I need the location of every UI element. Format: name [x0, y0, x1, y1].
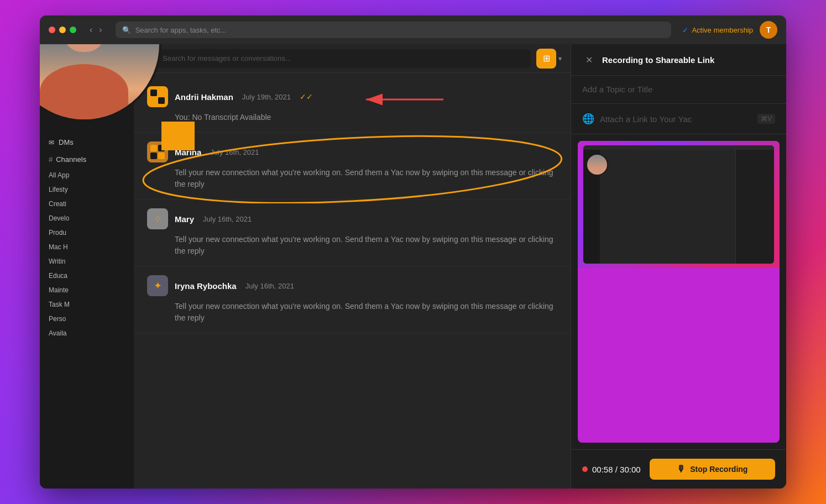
close-icon: ✕ [585, 55, 593, 65]
recording-indicator: 00:58 / 30:00 [582, 465, 641, 474]
search-icon: 🔍 [122, 26, 131, 34]
conv-header-mary: ⁘ Mary July 16th, 2021 [147, 208, 557, 229]
person-head [62, 44, 106, 52]
conv-name-andrii: Andrii Hakman [175, 92, 233, 102]
sidebar-dms[interactable]: ✉ DMs [40, 134, 134, 151]
user-avatar[interactable]: T [760, 21, 777, 39]
panel-header: ✕ Recording to Shareable Link [571, 44, 786, 76]
stop-recording-button[interactable]: 🎙 Stop Recording [650, 459, 775, 480]
sidebar-item-perso[interactable]: Perso [40, 312, 134, 326]
conv-header-marina: Marina July 16th, 2021 [147, 141, 557, 162]
panel-title: Recording to Shareable Link [602, 55, 714, 65]
messages-search-placeholder: Search for messages or conversations... [163, 54, 291, 62]
messages-search-bar: 🔍 Search for messages or conversations..… [134, 44, 571, 73]
attach-link-row[interactable]: 🌐 Attach a Link to Your Yac ⌘V [582, 113, 775, 125]
center-content: 🔍 Search for messages or conversations..… [134, 44, 571, 489]
active-membership[interactable]: ✓ Active membership [682, 26, 753, 34]
panel-close-button[interactable]: ✕ [582, 53, 595, 66]
minimize-traffic-light[interactable] [59, 27, 66, 33]
screenshot-preview [578, 141, 780, 443]
sidebar-item-allapp[interactable]: All App [40, 168, 134, 182]
dm-icon: ✉ [49, 139, 54, 146]
title-bar: ‹ › 🔍 Search for apps, tasks, etc... ✓ A… [40, 15, 786, 44]
grid-cell [158, 153, 165, 159]
svg-point-2 [142, 128, 563, 203]
keyboard-shortcut: ⌘V [757, 114, 775, 124]
preview-inner [578, 141, 780, 268]
traffic-lights [49, 27, 76, 33]
conversation-mary[interactable]: ⁘ Mary July 16th, 2021 Tell your new con… [134, 200, 571, 266]
avatar-cross-icon: ✦ [154, 280, 162, 292]
conv-avatar-iryna: ✦ [147, 275, 168, 296]
grid-cell [150, 153, 157, 159]
sidebar-item-availa[interactable]: Availa [40, 326, 134, 340]
sidebar-item-develo[interactable]: Develo [40, 211, 134, 225]
sidebar-item-produ[interactable]: Produ [40, 225, 134, 240]
app-window: ‹ › 🔍 Search for apps, tasks, etc... ✓ A… [40, 15, 786, 489]
dropdown-arrow-icon[interactable]: ▾ [558, 55, 562, 62]
sidebar-item-educa[interactable]: Educa [40, 269, 134, 283]
conv-name-mary: Mary [175, 214, 194, 224]
sidebar: ✉ DMs # Channels All App Lifesty Creati [40, 44, 134, 489]
sidebar-item-mainte[interactable]: Mainte [40, 283, 134, 297]
conv-date-andrii: July 19th, 2021 [242, 93, 291, 101]
conversation-andrii[interactable]: Andrii Hakman July 19th, 2021 ✓✓ You: No… [134, 77, 571, 133]
recording-footer: 00:58 / 30:00 🎙 Stop Recording [571, 449, 786, 489]
check-icon: ✓ [682, 26, 688, 34]
title-search[interactable]: 🔍 Search for apps, tasks, etc... [116, 22, 672, 38]
active-membership-label: Active membership [692, 26, 753, 34]
sidebar-item-lifestyle[interactable]: Lifesty [40, 182, 134, 197]
double-check-icon: ✓✓ [300, 92, 313, 101]
conversations-list: Andrii Hakman July 19th, 2021 ✓✓ You: No… [134, 73, 571, 489]
conversation-marina[interactable]: Marina July 16th, 2021 Tell your new con… [134, 133, 571, 200]
channels-label: Channels [56, 155, 86, 164]
conversation-iryna[interactable]: ✦ Iryna Rybochka July 16th, 2021 Tell yo… [134, 266, 571, 333]
sidebar-item-mach[interactable]: Mac H [40, 240, 134, 254]
main-area: ✉ DMs # Channels All App Lifesty Creati [40, 44, 786, 489]
forward-arrow[interactable]: › [97, 24, 104, 36]
conv-date-iryna: July 16th, 2021 [245, 282, 294, 290]
conv-date-mary: July 16th, 2021 [203, 215, 252, 223]
conv-date-marina: July 16th, 2021 [210, 148, 259, 156]
conv-message-andrii: You: No Transcript Available [175, 112, 557, 123]
avatar-dots-icon: ⁘ [154, 213, 162, 225]
topic-input[interactable]: Add a Topic or Title [582, 85, 652, 94]
conv-message-marina: Tell your new connection what you're wor… [175, 167, 557, 190]
preview-main [600, 150, 735, 264]
preview-right-panel [735, 150, 774, 264]
preview-webcam [586, 154, 608, 176]
right-panel: ✕ Recording to Shareable Link Add a Topi… [571, 44, 786, 489]
user-initial: T [766, 25, 771, 34]
grid-symbol-icon: ⊞ [543, 53, 550, 64]
messages-search-input[interactable]: 🔍 Search for messages or conversations..… [143, 49, 531, 68]
sidebar-item-creative[interactable]: Creati [40, 197, 134, 211]
grid-cell [150, 145, 157, 151]
maximize-traffic-light[interactable] [70, 27, 76, 33]
sidebar-item-writing[interactable]: Writin [40, 254, 134, 269]
recording-time: 00:58 / 30:00 [592, 465, 641, 474]
recording-dot [582, 466, 588, 472]
conv-message-mary: Tell your new connection what you're wor… [175, 234, 557, 257]
stop-recording-label: Stop Recording [690, 465, 747, 474]
attach-link-section[interactable]: 🌐 Attach a Link to Your Yac ⌘V [571, 104, 786, 134]
nav-arrows: ‹ › [87, 24, 104, 36]
preview-app-window [583, 145, 774, 264]
yellow-rectangle [161, 122, 195, 150]
grid-view-button[interactable]: ⊞ [536, 49, 556, 69]
attach-link-label: Attach a Link to Your Yac [600, 114, 752, 124]
conv-header-iryna: ✦ Iryna Rybochka July 16th, 2021 [147, 275, 557, 296]
preview-body [583, 150, 774, 264]
person-body [40, 64, 128, 119]
close-traffic-light[interactable] [49, 27, 55, 33]
title-search-placeholder: Search for apps, tasks, etc... [135, 26, 227, 34]
dm-label: DMs [59, 138, 74, 146]
back-arrow[interactable]: ‹ [87, 24, 95, 36]
sidebar-channels[interactable]: # Channels [40, 151, 134, 168]
topic-section[interactable]: Add a Topic or Title [571, 76, 786, 104]
conv-name-iryna: Iryna Rybochka [175, 281, 237, 291]
lasso-annotation-marina [134, 128, 571, 203]
webcam-overlay [40, 44, 161, 122]
hash-icon: # [49, 155, 53, 164]
sidebar-item-taskm[interactable]: Task M [40, 297, 134, 312]
globe-icon: 🌐 [582, 113, 594, 125]
